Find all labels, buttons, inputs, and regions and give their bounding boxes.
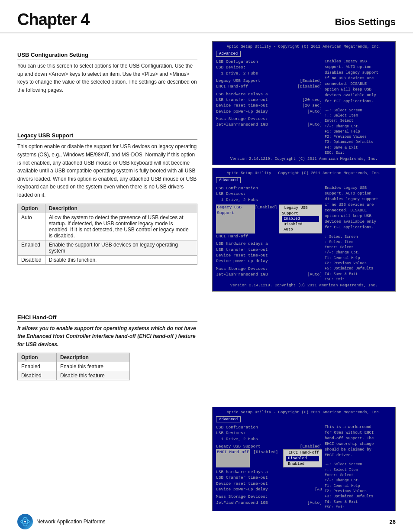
bios-field-row: Device reset time-out <box>216 253 322 258</box>
bios-inner-1: USB Configuration USB Devices: 1 Drive, … <box>216 59 392 156</box>
bios-ehci-popup: EHCI Hand-off Disabled Enabled <box>283 449 322 467</box>
bios-main-col-3: USB Configuration USB Devices: 1 Drive, … <box>216 425 322 510</box>
bios-field-row: 1 Drive, 2 Hubs <box>216 436 322 442</box>
bios-version-1: Version 2.14.1219. Copyright (C) 2011 Am… <box>216 156 392 162</box>
bios-field-row: USB Configuration <box>216 425 322 430</box>
bios-field-row: Device reset time-out[20 sec] <box>216 103 322 108</box>
ehci-enabled: Enabled <box>18 362 57 371</box>
table-row: Auto Allow the system to detect the pres… <box>18 213 197 240</box>
desc-enabled: Enable the support for USB devices on le… <box>45 240 197 255</box>
bios-version-2: Version 2.14.1219. Copyright (C) 2011 Am… <box>216 283 392 289</box>
table-header-option: Option <box>18 204 45 213</box>
bios-field-row: Device power-up delay <box>216 258 322 264</box>
company-name: Network Application Platforms <box>36 519 105 525</box>
main-content: USB Configuration Setting You can use th… <box>0 41 413 522</box>
ehci-table: Option Description Enabled Enable this f… <box>17 353 130 380</box>
bios-screen-3: Aptio Setup Utility - Copyright (C) 2011… <box>212 407 396 519</box>
table-row: Enabled Enable the support for USB devic… <box>18 240 197 255</box>
bios-field-row: Legacy USB Support[Enabled] <box>216 78 322 84</box>
bios-field-row: Device power-up delay[Au <box>216 487 322 492</box>
bios-field-row: USB Devices: <box>216 191 322 197</box>
legacy-usb-body: This option enable or disable the suppor… <box>17 143 197 199</box>
option-auto: Auto <box>18 213 45 240</box>
bios-field-row: USB Devices: <box>216 65 322 70</box>
bios-field-row: 1 Drive, 2 Hubs <box>216 197 322 203</box>
bios-inner-3: USB Configuration USB Devices: 1 Drive, … <box>216 425 392 510</box>
table-row: Disabled Disable this function. <box>18 255 197 264</box>
legacy-usb-heading: Legacy USB Support <box>17 132 197 140</box>
table-row: Disabled Disable this feature <box>18 371 130 380</box>
company-logo <box>17 514 33 529</box>
chapter-title: Chapter 4 <box>17 10 89 29</box>
bios-title-3: Aptio Setup Utility - Copyright (C) 2011… <box>216 410 392 415</box>
popup-option-auto: Auto <box>282 227 319 233</box>
bios-field-row: USB transfer time-out <box>216 247 322 253</box>
ehci-popup-disabled: Disabled <box>286 456 319 461</box>
footer-logo: Network Application Platforms <box>17 514 105 529</box>
popup-option-enabled: Enabled <box>282 216 319 222</box>
page-footer: Network Application Platforms 26 <box>0 511 413 532</box>
bios-field-row: USB hardware delays a <box>216 91 322 97</box>
bios-side-col-2: Enables Legacy USBsupport. AUTO optiondi… <box>325 185 392 282</box>
bios-field-row: USB hardware delays a <box>216 241 322 247</box>
desc-auto: Allow the system to detect the presence … <box>45 213 197 240</box>
bios-field-row: Mass Storage Devices: <box>216 494 322 500</box>
right-column: Aptio Setup Utility - Copyright (C) 2011… <box>208 41 396 522</box>
ehci-enabled-desc: Enable this feature <box>56 362 129 371</box>
svg-point-3 <box>24 521 26 522</box>
section-title: Bios Settings <box>335 10 396 28</box>
bios-field-row: EHCI Hand-off[Disabled] <box>216 84 322 89</box>
bios-field-row: USB hardware delays a <box>216 469 322 475</box>
left-column: USB Configuration Setting You can use th… <box>17 41 208 522</box>
bios-inner-2: USB Configuration USB Devices: 1 Drive, … <box>216 185 392 282</box>
popup-option-disabled: Disabled <box>282 222 319 227</box>
bios-field-row: EHCI Hand-off <box>216 234 322 239</box>
ehci-disabled-desc: Disable this feature <box>56 371 129 380</box>
usb-config-body: You can use this screen to select option… <box>17 62 197 94</box>
bios-field-row: 1 Drive, 2 Hubs <box>216 71 322 76</box>
usb-config-heading: USB Configuration Setting <box>17 52 197 59</box>
bios-field-row: JetFlashTranscend 1GB[Auto] <box>216 122 322 127</box>
option-enabled: Enabled <box>18 240 45 255</box>
bios-tab-2: Advanced <box>216 177 241 184</box>
option-disabled: Disabled <box>18 255 45 264</box>
bios-side-col-1: Enables Legacy USBsupport. AUTO optiondi… <box>325 59 392 156</box>
page-number: 26 <box>390 519 396 525</box>
bios-field-row: Legacy USB Support [Enabled] <box>216 444 322 449</box>
bios-field-row: Mass Storage Devices: <box>216 266 322 272</box>
bios-main-col-2: USB Configuration USB Devices: 1 Drive, … <box>216 185 322 282</box>
logo-icon <box>20 517 30 526</box>
bios-side-col-3: This is a workaroundfor OSes without EHC… <box>325 425 392 510</box>
ehci-header-desc: Description <box>56 353 129 362</box>
legacy-usb-table: Option Description Auto Allow the system… <box>17 204 197 265</box>
bios-field-row: Device power-up delay[Auto] <box>216 109 322 114</box>
bios-screen-2: Aptio Setup Utility - Copyright (C) 2011… <box>212 168 396 292</box>
bios-main-col-1: USB Configuration USB Devices: 1 Drive, … <box>216 59 322 156</box>
bios-title-2: Aptio Setup Utility - Copyright (C) 2011… <box>216 171 392 176</box>
bios-field-row: USB Devices: <box>216 430 322 436</box>
table-header-description: Description <box>45 204 197 213</box>
ehci-disabled: Disabled <box>18 371 57 380</box>
bios-screen-1: Aptio Setup Utility - Copyright (C) 2011… <box>212 41 396 165</box>
desc-disabled: Disable this function. <box>45 255 197 264</box>
bios-title-1: Aptio Setup Utility - Copyright (C) 2011… <box>216 44 392 50</box>
bios-popup-box: Legacy USB Support Enabled Disabled Auto <box>279 204 322 234</box>
ehci-body: It allows you to enable support for oper… <box>17 324 197 349</box>
bios-field-row: USB Configuration <box>216 59 322 65</box>
bios-field-row: USB transfer time-out[20 sec] <box>216 97 322 103</box>
ehci-heading: EHCI Hand-Off <box>17 314 197 322</box>
bios-field-row: JetFlashTranscend 1GB[Auto] <box>216 500 322 506</box>
bios-field-row: Legacy USB Support [Enabled] Legacy USB … <box>216 204 322 234</box>
bios-field-row: EHCI Hand-off [Disabled] EHCI Hand-off D… <box>216 449 322 467</box>
page-header: Chapter 4 Bios Settings <box>0 0 413 33</box>
ehci-popup-enabled: Enabled <box>286 461 319 467</box>
bios-field-row: JetFlashTranscend 1GB[Auto] <box>216 272 322 277</box>
bios-field-row: Device reset time-out <box>216 481 322 487</box>
bios-field-row: Mass Storage Devices: <box>216 116 322 122</box>
bios-field-row: USB transfer time-out <box>216 475 322 480</box>
ehci-header-option: Option <box>18 353 57 362</box>
bios-field-row: USB Configuration <box>216 185 322 191</box>
table-row: Enabled Enable this feature <box>18 362 130 371</box>
bios-tab-1: Advanced <box>216 51 241 57</box>
bios-tab-3: Advanced <box>216 416 241 423</box>
